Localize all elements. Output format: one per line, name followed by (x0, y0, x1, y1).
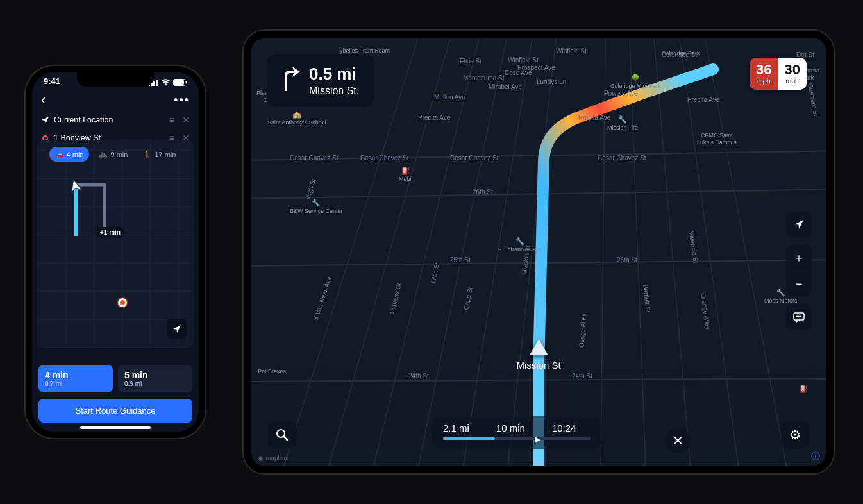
current-speed: 36 mph (750, 58, 778, 90)
status-time: 9:41 (44, 76, 60, 89)
mode-tab-walk[interactable]: 🚶 17 min (137, 147, 181, 162)
poi-hospital: CPMC Saint Luke's Campus (697, 132, 737, 146)
street-label: 25th St (450, 256, 471, 264)
turn-right-icon (278, 65, 300, 95)
speed-limit: 30 mph (778, 58, 807, 90)
current-position-arrow-icon (530, 339, 548, 355)
svg-line-15 (418, 38, 507, 466)
street-label: Cesar Chavez St (290, 155, 339, 162)
mode-tab-bike[interactable]: 🚲 9 min (93, 147, 133, 162)
street-label: 25th St (617, 256, 637, 264)
street-label: Elsie St (460, 58, 482, 65)
svg-line-20 (654, 38, 691, 466)
mode-tabs: 🚗 4 min 🚲 9 min 🚶 17 min (32, 143, 199, 165)
svg-point-24 (796, 316, 798, 317)
map-controls: ＋ − (786, 212, 812, 330)
progress-caret-icon: ▶ (535, 435, 540, 444)
poi: 🔧B&W Service Center (290, 199, 343, 215)
map-attribution: ◉ mapbox (258, 455, 289, 462)
svg-line-14 (373, 38, 479, 466)
phone-map[interactable]: +1 min (37, 140, 194, 348)
street-label: Montezuma St (463, 74, 504, 81)
trip-duration: 10 min (496, 423, 525, 433)
street-label: Winfield St (556, 47, 587, 55)
poi-school: 🏫Saint Anthony's School (267, 110, 326, 126)
phone-notch (77, 72, 154, 87)
route-options: 4 min 0.7 mi 5 min 0.9 mi (38, 365, 192, 392)
trip-progress: ▶ (443, 437, 591, 440)
status-indicators (148, 76, 187, 89)
tree-icon: 🌳 (610, 74, 661, 82)
wrench-icon: 🔧 (607, 115, 638, 124)
route-distance: 0.7 mi (45, 380, 106, 387)
street-label: Cesar Chavez St (598, 155, 646, 162)
poi: 🔧Mission Tire (607, 115, 638, 131)
search-button[interactable] (268, 421, 296, 449)
svg-rect-2 (153, 81, 155, 86)
street-label: Precita Ave (418, 114, 450, 121)
svg-rect-3 (156, 80, 158, 86)
phone-bottom-panel: 4 min 0.7 mi 5 min 0.9 mi Start Route Gu… (32, 358, 199, 432)
street-label: Precita Ave (687, 96, 719, 103)
more-button[interactable]: ••• (174, 94, 190, 107)
mode-label: 17 min (155, 151, 176, 158)
recenter-button[interactable] (167, 319, 187, 339)
reorder-icon[interactable]: ≡ (169, 115, 174, 125)
settings-button[interactable]: ⚙ (781, 421, 809, 449)
phone-device: 9:41 ‹ ••• Current Location ≡ ✕ (26, 66, 205, 438)
origin-row[interactable]: Current Location ≡ ✕ (32, 111, 199, 129)
trip-eta: 10:24 (552, 423, 576, 433)
street-label: Winfield St (508, 56, 539, 63)
route-option-1[interactable]: 4 min 0.7 mi (38, 365, 113, 392)
location-arrow-icon (41, 117, 49, 124)
mode-tab-drive[interactable]: 🚗 4 min (49, 147, 90, 162)
current-street-label: Mission St (516, 360, 560, 371)
wifi-icon (161, 78, 171, 88)
street-label: Cesar Chavez St (360, 155, 409, 162)
back-button[interactable]: ‹ (41, 92, 46, 108)
mode-label: 4 min (67, 151, 84, 158)
feedback-button[interactable] (786, 305, 812, 330)
poi-park: Coleridge Park (662, 50, 700, 57)
start-guidance-button[interactable]: Start Route Guidance (38, 399, 192, 423)
tablet-device: Cesar Chavez St Cesar Chavez St Cesar Ch… (244, 31, 834, 473)
poi: 🔧F. Lofrano & Son (498, 237, 541, 253)
alt-route-badge[interactable]: +1 min (96, 227, 124, 238)
zoom-out-button[interactable]: − (786, 271, 812, 297)
poi-gas: ⛽ (800, 385, 809, 394)
zoom-controls: ＋ − (786, 245, 812, 297)
school-icon: 🏫 (267, 110, 326, 119)
trip-status-bar: 2.1 mi 10 min 10:24 ▶ ✕ (432, 416, 646, 449)
zoom-in-button[interactable]: ＋ (786, 245, 812, 271)
street-label: Cesar Chavez St (450, 155, 499, 162)
tablet-map[interactable]: Cesar Chavez St Cesar Chavez St Cesar Ch… (251, 38, 826, 466)
street-label: Coso Ave (505, 69, 532, 76)
street-label: Precita Ave (578, 114, 610, 121)
wrench-icon: 🔧 (498, 237, 541, 246)
walk-icon: 🚶 (143, 150, 152, 158)
svg-line-28 (284, 437, 287, 440)
street-label: Mirabel Ave (489, 83, 522, 90)
poi: Pet Brakes (258, 368, 286, 375)
phone-nav-header: ‹ ••• (32, 89, 199, 111)
trip-info[interactable]: 2.1 mi 10 min 10:24 ▶ (432, 416, 602, 449)
turn-distance: 0.5 mi (309, 64, 359, 84)
route-option-2[interactable]: 5 min 0.9 mi (118, 365, 192, 392)
clear-origin-icon[interactable]: ✕ (182, 115, 190, 125)
mode-label: 9 min (110, 151, 128, 158)
street-label: Mullen Ave (434, 94, 465, 101)
svg-point-26 (800, 316, 801, 317)
poi-park: 🌳Coleridge Mini Park (610, 74, 661, 90)
home-indicator[interactable] (80, 426, 151, 429)
end-navigation-button[interactable]: ✕ (665, 428, 691, 453)
mapbox-logo-icon: ◉ (258, 455, 264, 462)
compass-button[interactable] (786, 212, 812, 237)
info-button[interactable]: ⓘ (809, 450, 822, 463)
destination-pin-icon (118, 298, 127, 307)
street-label: Lundys Ln (537, 78, 566, 85)
origin-label: Current Location (54, 115, 113, 124)
street-label: 26th St (473, 189, 493, 196)
turn-street: Mission St. (309, 85, 359, 97)
street-label: 24th St (408, 373, 429, 380)
street-label: 24th St (572, 373, 592, 380)
